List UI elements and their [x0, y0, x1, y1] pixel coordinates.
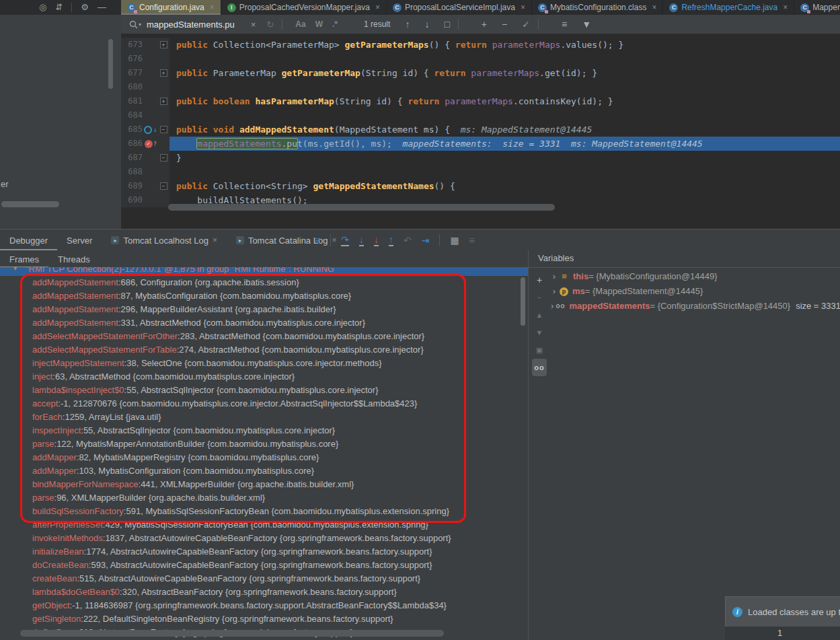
next-occurrence-icon[interactable]: ↓ [424, 19, 429, 30]
stack-frame[interactable]: invokeInitMethods:1837, AbstractAutowire… [0, 532, 528, 545]
force-step-into-icon[interactable]: ↓ [374, 234, 379, 246]
collapse-all-icon[interactable]: ⇵ [55, 0, 63, 15]
add-occurrence-icon[interactable]: + [482, 19, 487, 30]
drop-frame-icon[interactable]: ↶ [404, 235, 412, 246]
editor-tab[interactable]: CConfiguration.java× [121, 0, 221, 15]
fold-icon[interactable]: + [160, 98, 167, 105]
step-over-icon[interactable]: ↷ [341, 234, 349, 246]
stack-frame[interactable]: doCreateBean:593, AbstractAutowireCapabl… [0, 559, 528, 572]
code-line[interactable]: 688 [121, 165, 840, 179]
editor-hscrollbar[interactable] [168, 204, 555, 211]
close-icon[interactable]: × [652, 3, 656, 12]
stack-frame[interactable]: afterPropertiesSet:429, MybatisSqlSessio… [0, 518, 528, 532]
chevron-right-icon[interactable]: › [549, 269, 560, 284]
layout-settings-icon[interactable]: ≡ [469, 235, 475, 246]
add-watch-icon[interactable]: + [532, 271, 547, 289]
code-line[interactable]: 680 [121, 80, 840, 94]
code-line[interactable]: 686✓? mappedStatements.put(ms.getId(), m… [121, 137, 840, 151]
run-to-cursor-icon[interactable]: ⇥ [422, 235, 430, 246]
notification-balloon[interactable]: i Loaded classes are up t [725, 596, 840, 627]
duplicate-icon[interactable]: ▣ [532, 341, 547, 359]
stack-frame[interactable]: lambda$inspectInject$0:55, AbstractSqlIn… [0, 384, 528, 397]
stack-frame[interactable]: addMappedStatement:686, Configuration {o… [0, 276, 528, 289]
stack-frame[interactable]: initializeBean:1774, AbstractAutowireCap… [0, 545, 528, 559]
stack-frame[interactable]: forEach:1259, ArrayList {java.util} [0, 411, 528, 424]
stack-frame[interactable]: parse:96, XMLMapperBuilder {org.apache.i… [0, 491, 528, 505]
evaluate-expression-icon[interactable]: ▦ [450, 235, 459, 246]
locate-icon[interactable]: ◎ [39, 0, 46, 15]
code-line[interactable]: 685↓−public void addMappedStatement(Mapp… [121, 122, 840, 137]
close-icon[interactable]: × [521, 3, 525, 12]
code-line[interactable]: 677+public ParameterMap getParameterMap(… [121, 66, 840, 80]
fold-icon[interactable]: − [160, 182, 167, 190]
code-line[interactable]: 689−public Collection<String> getMappedS… [121, 179, 840, 193]
frames-hscrollbar[interactable] [20, 630, 444, 637]
stack-frame[interactable]: injectMappedStatement:38, SelectOne {com… [0, 357, 528, 370]
hide-panel-icon[interactable]: — [98, 0, 106, 15]
close-icon[interactable]: × [375, 3, 380, 12]
stack-frame[interactable]: lambda$doGetBean$0:320, AbstractBeanFact… [0, 585, 528, 599]
editor-tab[interactable]: CRefreshMapperCache.java× [663, 0, 794, 15]
chevron-right-icon[interactable]: › [549, 299, 556, 314]
stack-frame[interactable]: addMappedStatement:331, AbstractMethod {… [0, 316, 528, 330]
chevron-right-icon[interactable]: › [549, 284, 560, 299]
threads-view-icon[interactable]: ≡ [315, 235, 320, 246]
filter-icon[interactable]: ▼ [582, 19, 591, 30]
editor-tab[interactable]: CMapperMethod.java× [794, 0, 840, 15]
stack-frame[interactable]: createBean:515, AbstractAutowireCapableB… [0, 572, 528, 585]
stack-frame[interactable]: addSelectMappedStatementForOther:283, Ab… [0, 330, 528, 343]
editor-tab[interactable]: IProposalCachedVersionMapper.java× [221, 0, 387, 15]
stack-frame[interactable]: accept:-1, 212870676 {com.baomidou.mybat… [0, 397, 528, 411]
stack-frame[interactable]: addMappedStatement:87, MybatisConfigurat… [0, 289, 528, 303]
code-line[interactable]: 681+public boolean hasParameterMap(Strin… [121, 94, 840, 108]
breakpoint-icon[interactable]: ✓ [145, 140, 153, 148]
clear-search-icon[interactable]: × [251, 20, 256, 30]
left-panel-vscrollbar[interactable] [108, 39, 113, 89]
stack-frame[interactable]: getObject:-1, 1184636987 {org.springfram… [0, 599, 528, 612]
stack-frame[interactable]: buildSqlSessionFactory:591, MybatisSqlSe… [0, 505, 528, 518]
stack-frame[interactable]: addMappedStatement:296, MapperBuilderAss… [0, 303, 528, 316]
stack-frame[interactable]: addMapper:103, MybatisConfiguration {com… [0, 464, 528, 478]
fold-icon[interactable]: + [160, 69, 167, 77]
tab-threads[interactable]: Threads [48, 250, 100, 268]
stack-frame[interactable]: inject:63, AbstractMethod {com.baomidou.… [0, 370, 528, 384]
thread-row[interactable]: ▾ "RMI TCP Connection(2)-127.0.0.1"@1,87… [0, 267, 528, 276]
fold-icon[interactable]: − [160, 154, 167, 162]
variable-row[interactable]: ›oomappedStatements = {Configuration$Str… [549, 299, 840, 314]
debug-tab[interactable]: Server [57, 230, 102, 250]
show-watches-icon[interactable]: oo [532, 359, 547, 376]
debug-tab[interactable]: Debugger [0, 230, 57, 250]
filter-search-lines-icon[interactable]: ≡ [562, 19, 567, 30]
stack-frame[interactable]: addMapper:82, MybatisMapperRegistry {com… [0, 451, 528, 464]
editor-tab[interactable]: CProposalLocalServiceImpl.java× [387, 0, 532, 15]
code-editor[interactable]: 673+public Collection<ParameterMap> getP… [121, 34, 840, 229]
remove-watch-icon[interactable]: − [532, 289, 547, 306]
search-history-dropdown-icon[interactable]: ▾ [139, 22, 141, 28]
close-icon[interactable]: × [210, 3, 215, 12]
left-panel-hscrollbar[interactable] [1, 201, 59, 207]
fold-icon[interactable]: − [160, 126, 167, 133]
regex-toggle[interactable]: .* [332, 20, 338, 29]
select-all-occurrences-icon[interactable]: ✓ [522, 19, 530, 30]
fold-icon[interactable]: + [160, 41, 167, 48]
search-input[interactable]: mappedStatements.pu [147, 20, 235, 30]
tab-frames[interactable]: Frames [0, 250, 48, 268]
move-up-icon[interactable]: ▲ [532, 306, 547, 324]
variable-row[interactable]: ›pms = {MappedStatement@14445} [549, 284, 840, 299]
code-line[interactable]: 687−} [121, 151, 840, 165]
stack-frame[interactable]: addSelectMappedStatementForTable:274, Ab… [0, 343, 528, 357]
stack-frame[interactable]: bindMapperForNamespace:441, XMLMapperBui… [0, 478, 528, 491]
code-line[interactable]: 673+public Collection<ParameterMap> getP… [121, 38, 840, 52]
stack-frame[interactable]: parse:122, MybatisMapperAnnotationBuilde… [0, 437, 528, 451]
code-line[interactable]: 676 [121, 52, 840, 66]
settings-gear-icon[interactable]: ⚙ [81, 0, 89, 15]
stack-frame[interactable]: getSingleton:222, DefaultSingletonBeanRe… [0, 612, 528, 626]
move-down-icon[interactable]: ▼ [532, 324, 547, 341]
close-icon[interactable]: × [783, 3, 788, 12]
remove-occurrence-icon[interactable]: − [502, 19, 507, 30]
debug-tab[interactable]: ▸Tomcat Localhost Log× [102, 230, 226, 250]
whole-words-toggle[interactable]: W [315, 20, 323, 29]
stack-frame[interactable]: inspectInject:55, AbstractSqlInjector {c… [0, 424, 528, 437]
previous-occurrence-icon[interactable]: ↑ [405, 19, 410, 30]
frames-vscrollbar[interactable] [521, 277, 525, 326]
